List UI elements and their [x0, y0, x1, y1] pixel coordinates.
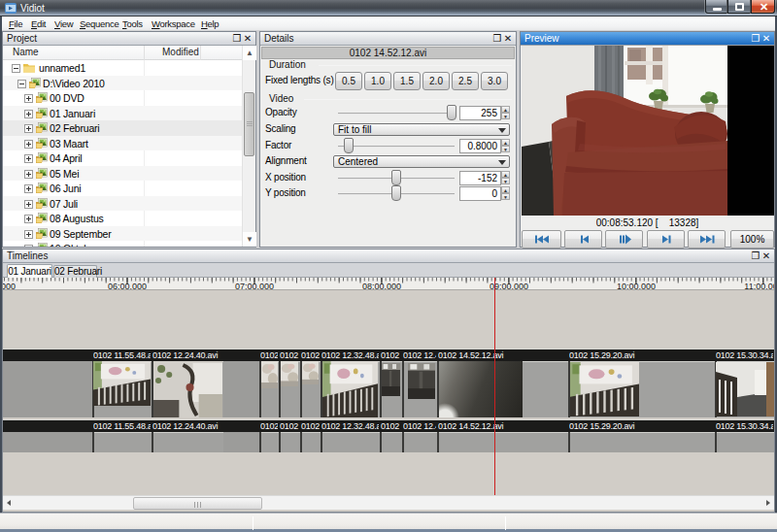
svg-text:10:00.000: 10:00.000 [617, 282, 656, 291]
svg-text:000: 000 [3, 282, 16, 291]
svg-text:06:00.000: 06:00.000 [108, 282, 147, 291]
svg-text:08:00.000: 08:00.000 [362, 282, 401, 291]
svg-text:11:00.000: 11:00.000 [744, 282, 774, 291]
svg-text:07:00.000: 07:00.000 [235, 282, 274, 291]
